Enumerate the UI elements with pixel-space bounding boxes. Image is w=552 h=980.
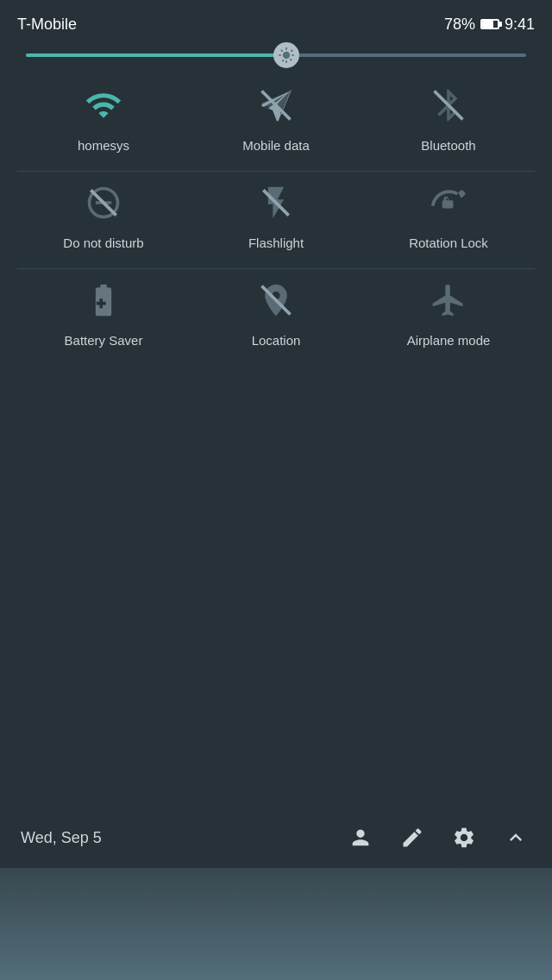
location-icon — [254, 278, 298, 323]
brightness-thumb[interactable] — [273, 42, 299, 68]
tiles-row-2: Do not disturb Flashlight Rotation Lock — [0, 172, 552, 268]
location-svg — [257, 281, 295, 319]
tile-rotation-lock[interactable]: Rotation Lock — [388, 180, 509, 251]
brightness-fill — [26, 53, 286, 57]
user-button[interactable] — [345, 822, 376, 853]
status-bar: T-Mobile 78% 9:41 — [0, 0, 552, 45]
mobile-data-svg — [257, 86, 295, 124]
mobile-data-icon — [254, 83, 298, 128]
battery-saver-svg — [85, 281, 122, 319]
carrier-label: T-Mobile — [17, 16, 77, 34]
tile-mobile-data-label: Mobile data — [242, 138, 310, 154]
tile-airplane-mode-label: Airplane mode — [407, 333, 491, 349]
tile-bluetooth-label: Bluetooth — [421, 138, 475, 154]
airplane-mode-icon — [426, 278, 471, 323]
tile-battery-saver-label: Battery Saver — [65, 333, 143, 349]
wifi-icon — [81, 83, 126, 128]
tile-location[interactable]: Location — [216, 278, 336, 349]
svg-line-2 — [91, 190, 116, 215]
settings-button[interactable] — [448, 822, 480, 853]
wifi-svg — [85, 86, 122, 124]
flashlight-svg — [257, 184, 295, 222]
bottom-bar: Wed, Sep 5 — [0, 807, 552, 868]
tile-flashlight-label: Flashlight — [248, 236, 304, 251]
tile-mobile-data[interactable]: Mobile data — [216, 83, 336, 154]
tile-bluetooth[interactable]: Bluetooth — [388, 83, 509, 154]
bluetooth-icon — [426, 83, 471, 128]
brightness-slider-container — [0, 45, 552, 74]
collapse-button[interactable] — [500, 822, 531, 853]
tile-dnd[interactable]: Do not disturb — [43, 180, 164, 251]
dnd-svg — [85, 184, 122, 222]
bluetooth-svg — [430, 86, 467, 124]
tile-rotation-lock-label: Rotation Lock — [409, 236, 488, 251]
wallpaper — [0, 868, 552, 980]
user-icon — [348, 826, 373, 850]
brightness-track[interactable] — [26, 53, 526, 57]
edit-icon — [400, 826, 424, 850]
airplane-svg — [430, 281, 467, 319]
brightness-icon — [278, 47, 295, 64]
tile-flashlight[interactable]: Flashlight — [216, 180, 336, 251]
tile-dnd-label: Do not disturb — [63, 236, 143, 251]
tiles-row-1: homesys Mobile data Bluetooth — [0, 74, 552, 171]
tile-location-label: Location — [252, 333, 301, 349]
tile-battery-saver[interactable]: Battery Saver — [43, 278, 164, 349]
rotation-lock-svg — [430, 184, 467, 222]
battery-saver-icon — [81, 278, 126, 323]
time-label: 9:41 — [505, 16, 535, 34]
tile-wifi-label: homesys — [78, 138, 129, 154]
flashlight-icon — [254, 180, 298, 225]
chevron-up-icon — [504, 826, 528, 850]
rotation-lock-icon — [426, 180, 471, 225]
dnd-icon — [81, 180, 126, 225]
bottom-actions — [345, 822, 531, 853]
tile-airplane-mode[interactable]: Airplane mode — [388, 278, 509, 349]
tile-wifi[interactable]: homesys — [43, 83, 164, 154]
battery-percent: 78% — [444, 16, 475, 34]
status-right: 78% 9:41 — [444, 16, 535, 34]
gear-icon — [452, 826, 476, 850]
tiles-row-3: Battery Saver Location Airplane mode — [0, 269, 552, 366]
bottom-date: Wed, Sep 5 — [21, 829, 345, 847]
battery-icon — [480, 19, 499, 29]
edit-button[interactable] — [397, 822, 428, 853]
